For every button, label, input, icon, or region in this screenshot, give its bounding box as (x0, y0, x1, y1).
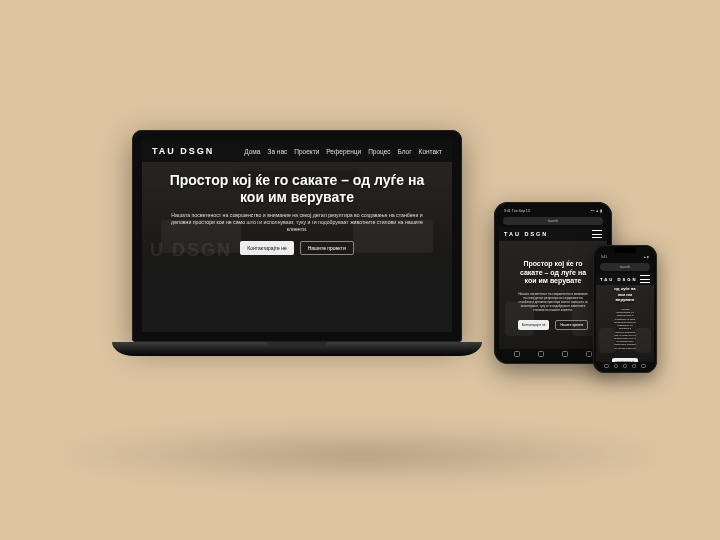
laptop-keyboard-deck (112, 342, 482, 356)
hero-subtext: Нашата посветеност на совршенство и вним… (167, 212, 427, 233)
phone-notch (614, 247, 636, 253)
toolbar-back-icon[interactable] (604, 364, 609, 369)
brand-logo[interactable]: TAU DSGN (600, 277, 638, 282)
site-navbar: TAU DSGN (499, 227, 607, 241)
browser-url-bar: tau.mk (596, 261, 654, 273)
hero-headline: Простор кој ќе го сакате – од луѓе на ко… (160, 172, 434, 206)
nav-link-home[interactable]: Дома (244, 148, 260, 155)
laptop-bezel: TAU DSGN Дома За нас Проекти Референци П… (132, 130, 462, 342)
cta-projects-button[interactable]: Нашите проекти (555, 320, 588, 330)
status-indicators: ▲ ▮ (643, 255, 649, 259)
toolbar-tabs-icon[interactable] (641, 364, 646, 369)
tablet-viewport: 9:41 Tue Sep 13 ••• ▲ ▮ tau.mk TAU DSGN … (499, 207, 607, 359)
hero-cta-row: Контактирајте нѐ Нашите проекти (518, 320, 588, 330)
nav-link-about[interactable]: За нас (267, 148, 287, 155)
ground-shadow (50, 425, 670, 485)
brand-logo[interactable]: TAU DSGN (504, 231, 548, 237)
laptop-viewport: TAU DSGN Дома За нас Проекти Референци П… (142, 140, 452, 332)
nav-link-contact[interactable]: Контакт (419, 148, 442, 155)
hero-headline: Простор кој ќе го сакате – од луѓе на ко… (517, 260, 589, 286)
nav-link-projects[interactable]: Проекти (294, 148, 319, 155)
brand-logo[interactable]: TAU DSGN (152, 146, 214, 156)
toolbar-share-icon[interactable] (623, 364, 628, 369)
hero-section: Простор кој ќе го сакате – од луѓе на ко… (596, 285, 654, 362)
url-field[interactable]: tau.mk (503, 217, 603, 225)
hero-section: Простор кој ќе го сакате – од луѓе на ко… (499, 241, 607, 349)
hero-cta-row: Контактирајте нѐ Нашите проекти (611, 358, 639, 362)
cta-projects-button[interactable]: Нашите проекти (300, 241, 354, 255)
browser-url-bar: tau.mk (499, 215, 607, 227)
ios-status-bar: 9:41 Tue Sep 13 ••• ▲ ▮ (499, 207, 607, 215)
hero-subtext: Нашата посветеност на совршенство и вним… (614, 308, 636, 350)
cta-contact-button[interactable]: Контактирајте нѐ (612, 358, 639, 362)
nav-link-references[interactable]: Референци (326, 148, 361, 155)
url-field[interactable]: tau.mk (600, 263, 650, 271)
hero-subtext: Нашата посветеност на совршенство и вним… (517, 292, 589, 312)
laptop-device-mockup: TAU DSGN Дома За нас Проекти Референци П… (132, 130, 462, 356)
cta-contact-button[interactable]: Контактирајте нѐ (240, 241, 293, 255)
nav-link-process[interactable]: Процес (368, 148, 390, 155)
toolbar-back-icon[interactable] (514, 351, 520, 357)
toolbar-forward-icon[interactable] (614, 364, 619, 369)
status-indicators: ••• ▲ ▮ (591, 209, 602, 213)
hero-cta-row: Контактирајте нѐ Нашите проекти (240, 241, 353, 255)
status-time: 9:41 (601, 255, 607, 259)
site-navbar: TAU DSGN (596, 273, 654, 285)
status-time: 9:41 Tue Sep 13 (504, 209, 530, 213)
cta-contact-button[interactable]: Контактирајте нѐ (518, 320, 550, 330)
phone-viewport: 9:41 ▲ ▮ tau.mk TAU DSGN Простор кој ќе … (596, 248, 654, 370)
toolbar-book-icon[interactable] (632, 364, 637, 369)
brand-watermark: U DSGN (150, 240, 232, 261)
hamburger-menu-icon[interactable] (640, 275, 650, 283)
nav-links: Дома За нас Проекти Референци Процес Бло… (244, 148, 442, 155)
hamburger-menu-icon[interactable] (592, 230, 602, 238)
site-navbar: TAU DSGN Дома За нас Проекти Референци П… (142, 140, 452, 162)
browser-bottom-toolbar (499, 349, 607, 359)
nav-link-blog[interactable]: Блог (398, 148, 412, 155)
hero-section: Простор кој ќе го сакате – од луѓе на ко… (142, 162, 452, 265)
toolbar-tabs-icon[interactable] (586, 351, 592, 357)
browser-bottom-toolbar (596, 362, 654, 370)
phone-device-mockup: 9:41 ▲ ▮ tau.mk TAU DSGN Простор кој ќе … (593, 245, 657, 373)
hero-headline: Простор кој ќе го сакате – од луѓе на ко… (614, 285, 636, 302)
toolbar-forward-icon[interactable] (538, 351, 544, 357)
toolbar-share-icon[interactable] (562, 351, 568, 357)
